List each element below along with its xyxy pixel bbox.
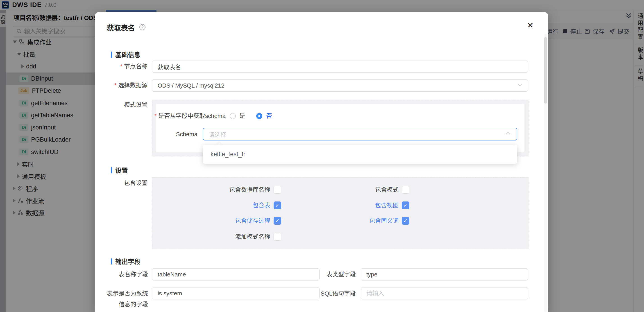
check-icon: ✓ — [403, 202, 408, 208]
help-icon[interactable]: ? — [140, 24, 146, 30]
checkbox-add-schema-name[interactable] — [274, 233, 281, 241]
section-accent-bar — [111, 258, 112, 264]
chevron-up-icon — [504, 130, 511, 138]
section-accent-bar — [111, 167, 112, 173]
get-table-names-modal: 获取表名 ? ✕ 基础信息 节点名称 选择数据源 ODS / MySQL / m… — [95, 12, 548, 312]
sql-field-label: SQL语句字段 — [288, 290, 356, 297]
checkbox-label-include-procedures[interactable]: 包含储存过程 — [180, 217, 270, 225]
checkbox-include-db-name[interactable] — [274, 186, 281, 194]
section-title: 设置 — [115, 166, 128, 175]
check-icon: ✓ — [275, 218, 280, 224]
radio-yes[interactable] — [230, 113, 236, 119]
section-output-fields: 输出字段 — [111, 257, 140, 266]
section-title: 基础信息 — [115, 50, 140, 59]
checkbox-include-schema[interactable] — [402, 186, 409, 194]
section-settings: 设置 — [111, 166, 128, 175]
check-icon: ✓ — [403, 218, 408, 224]
schema-select[interactable]: 请选择 — [203, 128, 517, 140]
checkbox-include-synonyms[interactable]: ✓ — [402, 217, 409, 225]
table-name-field-label: 表名称字段 — [95, 270, 148, 278]
chevron-down-icon — [516, 82, 523, 90]
radio-yes-label[interactable]: 是 — [239, 112, 245, 119]
checkbox-label-include-schema[interactable]: 包含模式 — [308, 186, 398, 194]
checkbox-label-include-synonyms[interactable]: 包含同义词 — [308, 217, 398, 225]
modal-title: 获取表名 — [107, 22, 135, 32]
node-name-label: 节点名称 — [95, 62, 148, 70]
close-icon[interactable]: ✕ — [527, 22, 534, 29]
schema-from-field-label: 是否从字段中获取schema — [136, 112, 226, 120]
checkbox-include-views[interactable]: ✓ — [402, 202, 409, 209]
schema-label: Schema — [130, 130, 198, 138]
modal-scrollbar-thumb[interactable] — [544, 37, 547, 104]
section-accent-bar — [111, 52, 112, 58]
include-settings-label: 包含设置 — [95, 179, 148, 187]
mode-settings-label: 模式设置 — [95, 101, 148, 108]
is-system-field-label-line2: 信息的字段 — [95, 300, 148, 308]
schema-dropdown: kettle_test_fr — [203, 145, 517, 164]
checkbox-label-include-db-name[interactable]: 包含数据库名称 — [180, 186, 270, 194]
checkbox-include-tables[interactable]: ✓ — [274, 202, 281, 209]
is-system-field-label-line1: 表示是否为系统 — [95, 290, 148, 297]
table-type-field-input[interactable] — [361, 268, 528, 280]
checkbox-label-include-tables[interactable]: 包含表 — [180, 202, 270, 209]
dropdown-option-kettle-test-fr[interactable]: kettle_test_fr — [210, 151, 246, 158]
datasource-select[interactable]: ODS / MySQL / mysql212 — [152, 80, 528, 92]
checkbox-label-include-views[interactable]: 包含视图 — [308, 202, 398, 209]
check-icon: ✓ — [275, 202, 280, 208]
radio-no-label[interactable]: 否 — [266, 112, 272, 119]
checkbox-label-add-schema-name[interactable]: 添加模式名称 — [180, 233, 270, 241]
section-title: 输出字段 — [115, 257, 140, 266]
node-name-input[interactable] — [152, 60, 528, 73]
datasource-label: 选择数据源 — [95, 82, 148, 89]
datasource-value: ODS / MySQL / mysql212 — [158, 82, 224, 89]
sql-field-input[interactable] — [361, 287, 528, 300]
checkbox-include-procedures[interactable]: ✓ — [274, 217, 281, 225]
section-basic-info: 基础信息 — [111, 50, 140, 59]
radio-no[interactable] — [256, 113, 262, 119]
schema-placeholder: 请选择 — [209, 130, 226, 138]
table-type-field-label: 表类型字段 — [288, 270, 356, 278]
